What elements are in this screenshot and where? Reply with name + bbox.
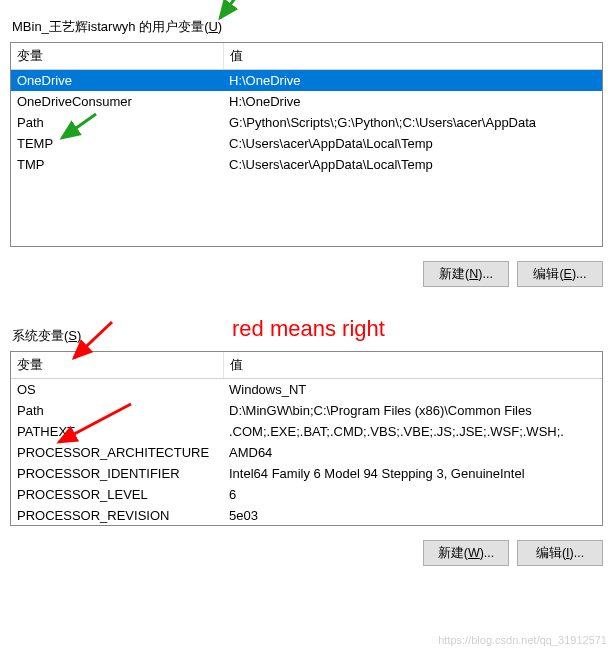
table-row[interactable]: PROCESSOR_REVISION5e03 bbox=[11, 505, 602, 526]
table-row[interactable]: PROCESSOR_LEVEL6 bbox=[11, 484, 602, 505]
table-row[interactable]: OneDriveH:\OneDrive bbox=[11, 70, 602, 92]
user-vars-table[interactable]: 变量 值 OneDriveH:\OneDrive OneDriveConsume… bbox=[10, 42, 603, 247]
table-row[interactable]: PROCESSOR_IDENTIFIERIntel64 Family 6 Mod… bbox=[11, 463, 602, 484]
table-row[interactable]: OneDriveConsumerH:\OneDrive bbox=[11, 91, 602, 112]
system-edit-button[interactable]: 编辑(I)... bbox=[517, 540, 603, 566]
user-edit-button[interactable]: 编辑(E)... bbox=[517, 261, 603, 287]
system-vars-table[interactable]: 变量 值 OSWindows_NT PathD:\MinGW\bin;C:\Pr… bbox=[10, 351, 603, 526]
user-col-name[interactable]: 变量 bbox=[11, 43, 223, 70]
user-col-value[interactable]: 值 bbox=[223, 43, 602, 70]
user-vars-label: MBin_王艺辉istarwyh 的用户变量(U) bbox=[10, 18, 603, 36]
table-row[interactable]: PATHEXT.COM;.EXE;.BAT;.CMD;.VBS;.VBE;.JS… bbox=[11, 421, 602, 442]
sys-col-name[interactable]: 变量 bbox=[11, 352, 223, 379]
table-row[interactable]: PathG:\Python\Scripts\;G:\Python\;C:\Use… bbox=[11, 112, 602, 133]
table-row[interactable]: PROCESSOR_ARCHITECTUREAMD64 bbox=[11, 442, 602, 463]
table-row[interactable]: TMPC:\Users\acer\AppData\Local\Temp bbox=[11, 154, 602, 175]
svg-line-0 bbox=[220, 0, 236, 18]
system-vars-label: 系统变量(S) bbox=[10, 327, 603, 345]
user-new-button[interactable]: 新建(N)... bbox=[423, 261, 509, 287]
table-row[interactable]: OSWindows_NT bbox=[11, 379, 602, 401]
table-row[interactable]: PathD:\MinGW\bin;C:\Program Files (x86)\… bbox=[11, 400, 602, 421]
system-new-button[interactable]: 新建(W)... bbox=[423, 540, 509, 566]
sys-col-value[interactable]: 值 bbox=[223, 352, 602, 379]
watermark-text: https://blog.csdn.net/qq_31912571 bbox=[438, 634, 607, 646]
table-row[interactable]: TEMPC:\Users\acer\AppData\Local\Temp bbox=[11, 133, 602, 154]
